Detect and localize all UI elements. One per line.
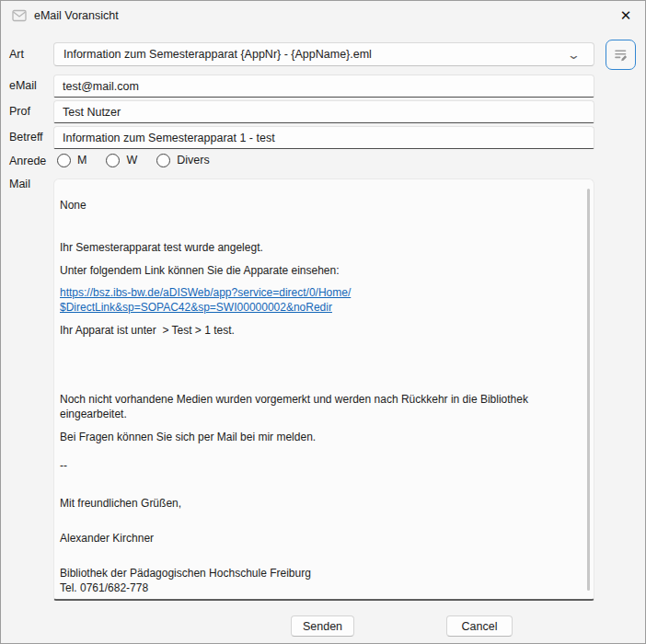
radio-w-label: W: [126, 154, 137, 167]
email-field[interactable]: [53, 75, 594, 98]
cancel-button[interactable]: Cancel: [446, 615, 513, 637]
mail-paragraph: Ihr Semesterapparat test wurde angelegt.: [60, 240, 581, 255]
mail-paragraph: Bibliothek der Pädagogischen Hochschule …: [60, 566, 581, 595]
titlebar: eMail Voransicht ✕: [1, 1, 645, 30]
anrede-radio-group: M W Divers: [57, 152, 210, 168]
chevron-down-icon: ⌄: [567, 49, 581, 61]
email-preview-dialog: eMail Voransicht ✕ Art Information zum S…: [0, 0, 646, 644]
envelope-icon: [12, 9, 27, 22]
betreff-field[interactable]: [53, 126, 594, 149]
window-title: eMail Voransicht: [34, 9, 119, 22]
radio-divers-label: Divers: [177, 154, 209, 167]
mail-paragraph: Bei Fragen können Sie sich per Mail bei …: [60, 430, 581, 444]
mail-paragraph: Mit freundlichen Grüßen,: [60, 496, 581, 511]
mail-paragraph: Ihr Apparat ist unter > Test > 1 test.: [60, 323, 581, 338]
betreff-label: Betreff: [9, 131, 43, 144]
prof-field[interactable]: [53, 100, 594, 123]
mail-label: Mail: [9, 178, 30, 190]
template-dropdown[interactable]: Information zum Semesterapparat {AppNr} …: [53, 42, 594, 66]
mail-paragraph: None: [60, 198, 581, 213]
mail-paragraph: --: [60, 458, 581, 473]
close-icon: ✕: [620, 7, 632, 24]
close-button[interactable]: ✕: [610, 3, 641, 29]
scrollbar-thumb[interactable]: [587, 189, 590, 591]
mail-paragraph: Alexander Kirchner: [60, 531, 581, 546]
art-label: Art: [9, 48, 24, 61]
radio-divers[interactable]: [156, 154, 170, 167]
mail-paragraph: Noch nicht vorhandene Medien wurden vorg…: [60, 392, 581, 421]
radio-m-label: M: [77, 154, 87, 167]
radio-w[interactable]: [106, 154, 120, 167]
prof-label: Prof: [9, 105, 30, 118]
mail-link[interactable]: https://bsz.ibs-bw.de/aDISWeb/app?servic…: [60, 285, 581, 315]
edit-template-button[interactable]: [606, 40, 636, 70]
email-label: eMail: [9, 79, 37, 92]
cancel-button-label: Cancel: [462, 620, 498, 633]
mail-paragraph: Unter folgendem Link können Sie die Appa…: [60, 263, 581, 278]
mail-body-textarea[interactable]: None Ihr Semesterapparat test wurde ange…: [53, 178, 594, 601]
send-button[interactable]: Senden: [291, 615, 354, 637]
edit-list-icon: [613, 47, 629, 63]
template-dropdown-value: Information zum Semesterapparat {AppNr} …: [63, 48, 569, 61]
anrede-label: Anrede: [9, 155, 46, 167]
send-button-label: Senden: [303, 620, 342, 633]
radio-m[interactable]: [57, 154, 71, 167]
